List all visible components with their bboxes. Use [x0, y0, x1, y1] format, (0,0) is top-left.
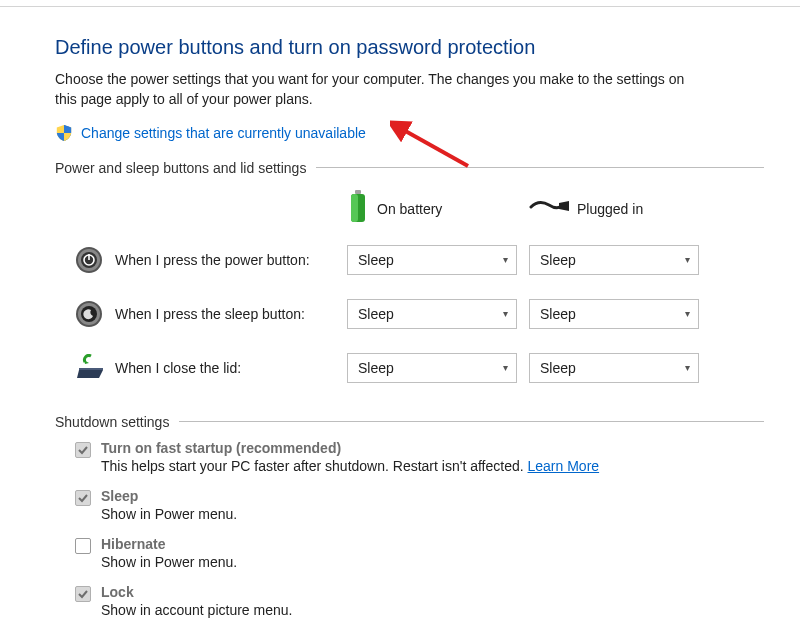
chevron-down-icon: ▾ [503, 362, 508, 373]
lock-checkbox [75, 586, 91, 602]
section-divider [179, 421, 764, 422]
power-button-plugged-select[interactable]: Sleep ▾ [529, 245, 699, 275]
chevron-down-icon: ▾ [685, 254, 690, 265]
sleep-button-icon [75, 300, 103, 328]
row-label-sleep: When I press the sleep button: [115, 306, 305, 322]
sleep-option-desc: Show in Power menu. [101, 506, 237, 522]
sleep-button-plugged-select[interactable]: Sleep ▾ [529, 299, 699, 329]
combo-value: Sleep [358, 306, 394, 322]
chevron-down-icon: ▾ [503, 308, 508, 319]
battery-icon [347, 190, 369, 227]
row-label-lid: When I close the lid: [115, 360, 241, 376]
uac-shield-icon [55, 124, 73, 142]
chevron-down-icon: ▾ [685, 308, 690, 319]
hibernate-checkbox [75, 538, 91, 554]
lid-battery-select[interactable]: Sleep ▾ [347, 353, 517, 383]
combo-value: Sleep [540, 252, 576, 268]
fast-startup-desc: This helps start your PC faster after sh… [101, 458, 599, 474]
close-lid-icon [75, 354, 103, 382]
combo-value: Sleep [358, 252, 394, 268]
row-label-power: When I press the power button: [115, 252, 310, 268]
lock-option-desc: Show in account picture menu. [101, 602, 292, 618]
learn-more-link[interactable]: Learn More [528, 458, 600, 474]
section-header-buttons: Power and sleep buttons and lid settings [55, 160, 306, 176]
section-header-shutdown: Shutdown settings [55, 414, 169, 430]
sleep-checkbox [75, 490, 91, 506]
lid-plugged-select[interactable]: Sleep ▾ [529, 353, 699, 383]
page-title: Define power buttons and turn on passwor… [55, 36, 764, 59]
top-divider [0, 6, 800, 7]
fast-startup-title: Turn on fast startup (recommended) [101, 440, 599, 456]
change-unavailable-settings-link[interactable]: Change settings that are currently unava… [81, 125, 366, 141]
sleep-option-title: Sleep [101, 488, 237, 504]
svg-rect-2 [351, 194, 358, 222]
page-description: Choose the power settings that you want … [55, 69, 695, 110]
power-button-icon [75, 246, 103, 274]
section-divider [316, 167, 764, 168]
chevron-down-icon: ▾ [503, 254, 508, 265]
power-button-battery-select[interactable]: Sleep ▾ [347, 245, 517, 275]
combo-value: Sleep [540, 360, 576, 376]
chevron-down-icon: ▾ [685, 362, 690, 373]
combo-value: Sleep [540, 306, 576, 322]
plug-icon [529, 197, 569, 220]
sleep-button-battery-select[interactable]: Sleep ▾ [347, 299, 517, 329]
fast-startup-checkbox [75, 442, 91, 458]
hibernate-option-title: Hibernate [101, 536, 237, 552]
svg-rect-0 [355, 190, 361, 194]
column-header-plugged: Plugged in [577, 201, 643, 217]
lock-option-title: Lock [101, 584, 292, 600]
hibernate-option-desc: Show in Power menu. [101, 554, 237, 570]
combo-value: Sleep [358, 360, 394, 376]
column-header-battery: On battery [377, 201, 442, 217]
